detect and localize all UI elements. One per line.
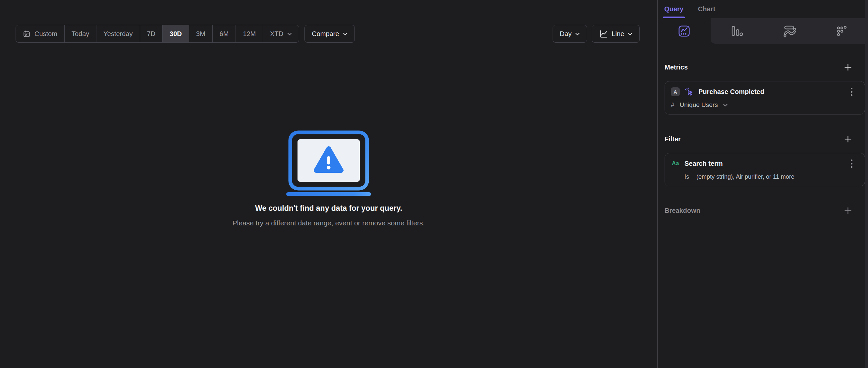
add-filter-button[interactable] — [843, 134, 852, 144]
filter-property-name[interactable]: Search term — [684, 160, 845, 167]
app-window: Custom Today Yesterday 7D 30D 3M 6M 12M … — [0, 0, 868, 368]
date-range-label: Today — [71, 30, 89, 38]
insights-icon — [678, 25, 691, 38]
empty-state: We couldn't find any data for your query… — [0, 130, 657, 227]
sidebar-tab-bar: Query Chart — [658, 0, 868, 18]
kebab-menu-icon[interactable] — [850, 158, 854, 169]
date-range-label: XTD — [270, 30, 283, 38]
metric-event-name[interactable]: Purchase Completed — [699, 88, 845, 96]
date-range-label: 30D — [169, 30, 182, 38]
date-range-xtd[interactable]: XTD — [263, 25, 299, 42]
granularity-label: Day — [560, 30, 572, 38]
granularity-button[interactable]: Day — [553, 25, 587, 43]
date-range-label: 6M — [220, 30, 229, 38]
empty-state-title: We couldn't find any data for your query… — [255, 203, 402, 213]
metric-letter-badge: A — [671, 87, 680, 96]
chevron-down-icon — [723, 104, 727, 106]
chevron-down-icon — [575, 32, 580, 35]
plus-icon — [843, 63, 852, 72]
breakdown-section-header: Breakdown — [664, 206, 865, 215]
plus-icon — [843, 206, 852, 215]
filter-values: (empty string), Air purifier, or 11 more — [696, 173, 795, 180]
line-chart-icon — [599, 29, 608, 38]
view-tab-retention[interactable] — [816, 18, 868, 44]
aggregation-selector[interactable]: # Unique Users — [671, 101, 854, 108]
date-controls: Custom Today Yesterday 7D 30D 3M 6M 12M … — [16, 25, 355, 43]
kebab-menu-icon[interactable] — [850, 87, 854, 97]
filter-clause[interactable]: Is (empty string), Air purifier, or 11 m… — [684, 173, 854, 180]
chevron-down-icon — [343, 32, 347, 35]
text-property-icon: Aa — [671, 160, 680, 167]
filter-section-header: Filter — [664, 134, 865, 144]
breakdown-heading: Breakdown — [664, 207, 700, 214]
add-breakdown-button[interactable] — [843, 206, 852, 215]
tab-label: Chart — [698, 5, 715, 13]
date-range-label: Custom — [34, 30, 57, 38]
filter-row: Aa Search term — [671, 158, 854, 169]
metrics-heading: Metrics — [664, 64, 688, 71]
filter-operator: Is — [684, 173, 689, 180]
date-range-12m[interactable]: 12M — [236, 25, 263, 42]
date-range-label: 3M — [196, 30, 206, 38]
filter-card[interactable]: Aa Search term Is (empty string), Air pu… — [664, 153, 865, 186]
metric-row: A Purchase Completed — [671, 87, 854, 97]
report-toolbar: Custom Today Yesterday 7D 30D 3M 6M 12M … — [16, 25, 640, 43]
cursor-click-icon — [684, 87, 694, 96]
warning-laptop-illustration — [285, 130, 372, 196]
chart-controls: Day Line — [553, 25, 640, 43]
tab-label: Query — [664, 5, 683, 13]
analysis-type-tabs — [658, 18, 868, 44]
date-range-today[interactable]: Today — [65, 25, 96, 42]
view-tab-insights[interactable] — [658, 18, 711, 44]
chevron-down-icon — [628, 32, 632, 35]
view-tab-funnels[interactable] — [711, 18, 763, 44]
tab-query[interactable]: Query — [664, 0, 683, 18]
date-range-label: 7D — [147, 30, 156, 38]
chart-type-label: Line — [612, 30, 624, 38]
add-metric-button[interactable] — [843, 63, 852, 72]
funnels-icon — [730, 25, 743, 37]
calendar-icon — [23, 30, 30, 38]
date-range-label: Yesterday — [103, 30, 132, 38]
empty-state-subtitle: Please try a different date range, event… — [232, 219, 425, 227]
date-range-yesterday[interactable]: Yesterday — [96, 25, 140, 42]
tab-chart[interactable]: Chart — [698, 0, 715, 18]
date-range-7d[interactable]: 7D — [140, 25, 163, 42]
report-canvas: Custom Today Yesterday 7D 30D 3M 6M 12M … — [0, 0, 657, 368]
filter-heading: Filter — [664, 135, 681, 143]
metrics-section-header: Metrics — [664, 63, 865, 72]
metric-card[interactable]: A Purchase Completed # Unique Use — [664, 81, 865, 114]
retention-icon — [836, 25, 848, 37]
date-range-segmented-control: Custom Today Yesterday 7D 30D 3M 6M 12M … — [16, 25, 299, 43]
chart-type-button[interactable]: Line — [592, 25, 640, 43]
compare-label: Compare — [312, 30, 339, 38]
aggregation-label: Unique Users — [680, 101, 718, 108]
view-tab-flows[interactable] — [763, 18, 816, 44]
date-range-3m[interactable]: 3M — [189, 25, 213, 42]
hash-symbol: # — [671, 101, 675, 108]
compare-button[interactable]: Compare — [305, 25, 354, 43]
query-builder-sidebar: Query Chart — [657, 0, 868, 368]
date-range-6m[interactable]: 6M — [213, 25, 236, 42]
date-range-custom[interactable]: Custom — [16, 25, 65, 42]
query-panel: Metrics A — [658, 44, 868, 368]
chevron-down-icon — [287, 32, 292, 35]
flows-icon — [783, 25, 796, 37]
date-range-label: 12M — [243, 30, 256, 38]
date-range-30d[interactable]: 30D — [163, 25, 189, 42]
plus-icon — [843, 135, 852, 144]
